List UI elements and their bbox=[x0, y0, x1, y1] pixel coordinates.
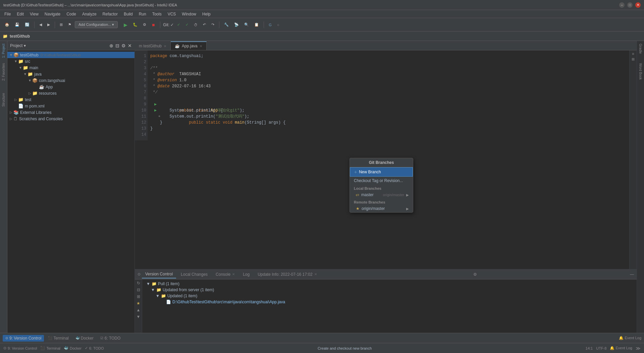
toolbar-run2[interactable]: ⚙ bbox=[141, 21, 148, 28]
menu-window[interactable]: Window bbox=[179, 11, 199, 17]
version-control-status-tab[interactable]: ⊙ 9: Version Control bbox=[3, 335, 44, 342]
right-sidebar-icon1[interactable]: ≡ bbox=[632, 52, 634, 56]
bottom-tab-updateinfo-close[interactable]: ✕ bbox=[314, 272, 317, 276]
toolbar-sync[interactable]: 🔄 bbox=[23, 21, 32, 28]
bottom-minimize-button[interactable]: — bbox=[630, 272, 634, 277]
tab-appjava[interactable]: ☕ App.java ✕ bbox=[171, 41, 207, 50]
sidebar-btn-close[interactable]: ✕ bbox=[128, 43, 132, 48]
tree-item-src[interactable]: ▼ 📁 src bbox=[7, 58, 135, 64]
menu-edit[interactable]: Edit bbox=[14, 11, 26, 17]
toolbar-gradle[interactable]: G bbox=[267, 22, 274, 28]
tree-item-extlibs[interactable]: ▷ 📚 External Libraries bbox=[7, 109, 135, 116]
toolbar-stop[interactable]: ⏹ bbox=[150, 22, 157, 28]
bottom-tab-updateinfo[interactable]: Update Info: 2022-07-16 17:02 ✕ bbox=[254, 271, 320, 278]
sep4 bbox=[219, 21, 219, 28]
tab-appjava-close[interactable]: ✕ bbox=[200, 44, 202, 48]
menu-analyze[interactable]: Analyze bbox=[79, 11, 99, 17]
tree-item-app[interactable]: ▷ ☕ App bbox=[7, 84, 135, 90]
sidebar-btn-sync[interactable]: ⊕ bbox=[109, 43, 113, 48]
menu-build[interactable]: Build bbox=[121, 11, 136, 17]
menu-file[interactable]: File bbox=[2, 11, 13, 17]
bottom-icon-down[interactable]: ▼ bbox=[137, 314, 141, 319]
toolbar-git2[interactable]: ✓ bbox=[183, 21, 191, 28]
bottom-tab-console[interactable]: Console ✕ bbox=[212, 271, 238, 278]
toolbar-share[interactable]: 📋 bbox=[252, 21, 261, 28]
sidebar-item-project[interactable]: 1: Project bbox=[1, 42, 6, 59]
bottom-tab-console-close[interactable]: ✕ bbox=[232, 272, 235, 276]
toolbar-remote[interactable]: 📡 bbox=[232, 21, 241, 28]
bottom-tab-log[interactable]: Log bbox=[239, 271, 253, 278]
master-branch-item[interactable]: 🏷 master origin/master ▶ bbox=[350, 191, 413, 198]
bottom-icon-star[interactable]: ★ bbox=[137, 301, 140, 306]
right-sidebar-word-book[interactable]: Word Book bbox=[639, 63, 642, 80]
tree-item-test[interactable]: ▷ 📁 test bbox=[7, 96, 135, 103]
menu-navigate[interactable]: Navigate bbox=[42, 11, 63, 17]
code-editor[interactable]: 1234567891011121314 package com.tangshua… bbox=[135, 50, 629, 269]
bottom-settings-button[interactable]: ⚙ bbox=[473, 272, 477, 277]
tab-testgithub[interactable]: m testGithub ✕ bbox=[135, 42, 171, 50]
new-branch-button[interactable]: + New Branch bbox=[350, 167, 413, 177]
toolbar-flag[interactable]: ⚑ bbox=[66, 21, 73, 28]
menu-refactor[interactable]: Refactor bbox=[100, 11, 120, 17]
right-sidebar-toggle[interactable]: ≫ bbox=[636, 346, 641, 351]
close-button[interactable]: ✕ bbox=[635, 2, 641, 8]
sidebar-item-favorites[interactable]: 2: Favorites bbox=[1, 62, 6, 82]
docker-status-tab[interactable]: 🐳 Docker bbox=[73, 335, 96, 342]
toolbar-icon1[interactable]: 🏠 bbox=[3, 21, 11, 28]
menu-run[interactable]: Run bbox=[136, 11, 149, 17]
toolbar-time[interactable]: ⏱ bbox=[192, 22, 200, 28]
sidebar-item-structure[interactable]: Structure bbox=[1, 92, 6, 108]
tree-item-package[interactable]: ▼ 📦 com.tangshuai bbox=[7, 77, 135, 84]
status-event-log[interactable]: 🔔 Event Log bbox=[610, 346, 632, 350]
tree-item-root[interactable]: ▼ 📦 testGithub D:\GithubTest\testGithub bbox=[7, 52, 135, 58]
menu-code[interactable]: Code bbox=[64, 11, 79, 17]
bottom-tab-vc[interactable]: Version Control bbox=[142, 270, 176, 278]
bottom-tab-localchanges[interactable]: Local Changes bbox=[177, 271, 211, 278]
toolbar-back[interactable]: ◀ bbox=[37, 21, 44, 28]
toolbar-save[interactable]: 💾 bbox=[13, 21, 21, 28]
bottom-icon-filter[interactable]: ⊟ bbox=[137, 288, 140, 292]
bottom-tree-file[interactable]: ▷ 📄 D:\GithubTest\testGithub\src\main\ja… bbox=[145, 299, 634, 305]
tree-item-main[interactable]: ▼ 📁 main bbox=[7, 64, 135, 71]
bottom-icon-refresh[interactable]: ↻ bbox=[137, 281, 140, 285]
toolbar-undo[interactable]: ↶ bbox=[201, 21, 208, 28]
docker-tab[interactable]: 🐳 Docker bbox=[64, 346, 82, 350]
sidebar-btn-settings[interactable]: ⚙ bbox=[121, 43, 126, 48]
tree-item-java[interactable]: ▼ 📁 java bbox=[7, 71, 135, 77]
bottom-icon-expand[interactable]: ⊞ bbox=[137, 294, 140, 299]
event-log-bottom[interactable]: 🔔 Event Log bbox=[619, 336, 641, 340]
terminal-tab[interactable]: ⬛ Terminal bbox=[40, 346, 60, 350]
menu-vcs[interactable]: VCS bbox=[165, 11, 179, 17]
toolbar-search[interactable]: 🔍 bbox=[242, 21, 251, 28]
toolbar-view[interactable]: ⊞ bbox=[58, 21, 65, 28]
minimize-button[interactable]: – bbox=[619, 2, 625, 8]
toolbar-forward[interactable]: ▶ bbox=[45, 21, 52, 28]
toolbar-git-check[interactable]: ✓ bbox=[175, 21, 182, 28]
toolbar-run[interactable]: ▶ bbox=[122, 21, 129, 29]
terminal-status-tab[interactable]: ⬛ Terminal bbox=[45, 335, 71, 342]
file-path-label[interactable]: D:\GithubTest\testGithub\src\main\java\c… bbox=[172, 300, 285, 304]
toolbar-wrench[interactable]: 🔧 bbox=[222, 21, 231, 28]
sidebar-btn-collapse[interactable]: ⊟ bbox=[115, 43, 119, 48]
checkout-tag-button[interactable]: Checkout Tag or Revision... bbox=[350, 177, 413, 185]
tree-item-resources[interactable]: ▷ 📁 resources bbox=[7, 90, 135, 96]
tab-testgithub-close[interactable]: ✕ bbox=[164, 44, 166, 48]
menu-help[interactable]: Help bbox=[200, 11, 213, 17]
tree-item-scratches[interactable]: ▷ 🗒 Scratches and Consoles bbox=[7, 116, 135, 122]
todo-status-tab[interactable]: ☑ 6: TODO bbox=[98, 335, 123, 342]
bottom-icon-up[interactable]: ▲ bbox=[137, 308, 141, 312]
menu-view[interactable]: View bbox=[27, 11, 41, 17]
toolbar-redo[interactable]: ↷ bbox=[209, 21, 216, 28]
tree-item-pom[interactable]: ▷ 📄 m pom.xml bbox=[7, 103, 135, 109]
bottom-tree-pull: ▼ 📁 Pull (1 item) bbox=[145, 281, 634, 287]
todo-tab[interactable]: ✓ 6: TODO bbox=[85, 346, 104, 350]
maximize-button[interactable]: □ bbox=[627, 2, 633, 8]
version-control-tab[interactable]: ⊙ 9: Version Control bbox=[3, 346, 37, 350]
toolbar-debug[interactable]: 🐛 bbox=[131, 21, 140, 28]
add-configuration-button[interactable]: Add Configuration... ▾ bbox=[75, 21, 118, 28]
menu-tools[interactable]: Tools bbox=[150, 11, 164, 17]
right-sidebar-icon2[interactable]: ⊞ bbox=[632, 57, 635, 61]
toolbar-circle[interactable]: ○ bbox=[275, 22, 281, 28]
origin-master-item[interactable]: ★ origin/master ▶ bbox=[350, 205, 413, 212]
right-sidebar-gradle[interactable]: Gradle bbox=[639, 44, 642, 54]
